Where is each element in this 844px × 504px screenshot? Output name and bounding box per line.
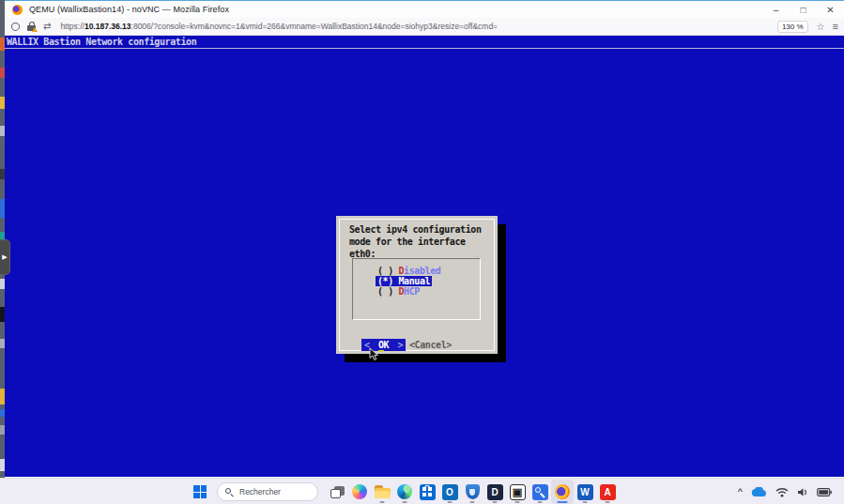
bookmark-star-icon[interactable]: ☆ bbox=[817, 22, 825, 32]
window-controls: – □ ✕ bbox=[762, 1, 844, 19]
d-app-icon: D bbox=[487, 484, 503, 500]
firefox-logo-icon bbox=[12, 5, 23, 15]
novnc-controlbar-handle[interactable]: ▶ bbox=[0, 239, 10, 275]
security-shield-app-button[interactable] bbox=[461, 480, 483, 504]
option-dhcp[interactable]: ( ) DHCP bbox=[377, 286, 420, 297]
copilot-button[interactable] bbox=[348, 480, 371, 504]
url-path: :8006/?console=kvm&novnc=1&vmid=266&vmna… bbox=[131, 22, 499, 31]
file-explorer-button[interactable] bbox=[371, 480, 393, 504]
window-title: QEMU (WallixBastion14) - noVNC — Mozilla… bbox=[29, 5, 229, 14]
cube-app-button[interactable]: ▣ bbox=[506, 480, 529, 504]
close-button[interactable]: ✕ bbox=[817, 1, 844, 19]
novnc-console: WALLIX Bastion Network configuration Sel… bbox=[5, 36, 844, 477]
url-scheme: https:// bbox=[60, 22, 84, 31]
tray-expand-chevron-icon[interactable]: ^ bbox=[738, 488, 743, 496]
file-explorer-icon bbox=[375, 485, 391, 498]
screen: QEMU (WallixBastion14) - noVNC — Mozilla… bbox=[0, 0, 844, 504]
vnc-header-title: WALLIX Bastion Network configuration bbox=[7, 37, 196, 47]
onedrive-cloud-icon[interactable] bbox=[751, 487, 767, 497]
maximize-button[interactable]: □ bbox=[790, 1, 817, 19]
firefox-window: QEMU (WallixBastion14) - noVNC — Mozilla… bbox=[5, 0, 844, 478]
search-icon bbox=[225, 488, 234, 496]
zoom-level-badge[interactable]: 130 % bbox=[777, 21, 808, 33]
microsoft-store-button[interactable] bbox=[416, 480, 438, 504]
cancel-button[interactable]: <Cancel> bbox=[409, 339, 452, 351]
title-bar: QEMU (WallixBastion14) - noVNC — Mozilla… bbox=[5, 0, 844, 18]
insecure-lock-warning-icon[interactable] bbox=[27, 22, 36, 31]
word-button[interactable]: W bbox=[574, 480, 596, 504]
taskbar-search[interactable]: Rechercher bbox=[217, 482, 318, 501]
word-icon: W bbox=[577, 484, 593, 500]
hamburger-menu-icon[interactable]: ≡ bbox=[833, 21, 838, 32]
volume-icon[interactable] bbox=[797, 487, 808, 497]
firefox-icon bbox=[555, 484, 570, 499]
key-app-button[interactable] bbox=[529, 480, 551, 504]
start-button[interactable] bbox=[189, 480, 211, 504]
task-view-button[interactable] bbox=[326, 480, 348, 504]
acrobat-button[interactable]: A bbox=[596, 480, 619, 504]
toolbar-right-cluster: 130 % ☆ ≡ bbox=[777, 21, 838, 33]
system-tray: ^ bbox=[738, 479, 832, 504]
tracking-protection-icon[interactable] bbox=[11, 23, 20, 31]
taskbar-center: Rechercher O bbox=[189, 479, 619, 504]
vnc-header-rule bbox=[5, 48, 844, 49]
radio-listbox: ( ) Disabled (*) Manual ( ) DHCP bbox=[352, 258, 481, 320]
windows-logo-icon bbox=[193, 485, 207, 498]
microsoft-store-icon bbox=[420, 484, 436, 500]
battery-icon[interactable] bbox=[817, 488, 832, 496]
mouse-cursor bbox=[369, 347, 379, 361]
cube-app-icon: ▣ bbox=[510, 484, 526, 500]
copilot-icon bbox=[352, 484, 367, 499]
option-disabled[interactable]: ( ) Disabled bbox=[377, 266, 440, 276]
minimize-button[interactable]: – bbox=[762, 1, 790, 19]
ipv4-config-dialog: Select ipv4 configuration mode for the i… bbox=[336, 216, 498, 354]
connection-arrows-icon[interactable]: ⇄ bbox=[43, 22, 51, 31]
task-view-icon bbox=[330, 486, 345, 498]
windows-taskbar: Rechercher O bbox=[0, 478, 844, 504]
url-host: 10.187.36.13 bbox=[84, 22, 131, 31]
outlook-icon: O bbox=[442, 484, 458, 500]
expand-arrow-icon: ▶ bbox=[2, 253, 7, 261]
edge-icon bbox=[397, 484, 412, 499]
acrobat-icon: A bbox=[600, 484, 616, 500]
edge-button[interactable] bbox=[393, 480, 416, 504]
outlook-button[interactable]: O bbox=[438, 480, 461, 504]
browser-toolbar: ⇄ https://10.187.36.13:8006/?console=kvm… bbox=[5, 18, 844, 36]
option-manual-selected[interactable]: (*) Manual bbox=[376, 276, 432, 286]
shield-app-icon bbox=[466, 484, 480, 499]
wifi-icon[interactable] bbox=[775, 487, 789, 497]
key-app-icon bbox=[532, 484, 548, 500]
search-placeholder: Rechercher bbox=[239, 487, 281, 496]
dialog-prompt: Select ipv4 configuration mode for the i… bbox=[349, 223, 482, 260]
d-app-button[interactable]: D bbox=[483, 480, 506, 504]
firefox-taskbar-button[interactable] bbox=[551, 480, 574, 504]
url-bar[interactable]: https://10.187.36.13:8006/?console=kvm&n… bbox=[60, 22, 777, 31]
